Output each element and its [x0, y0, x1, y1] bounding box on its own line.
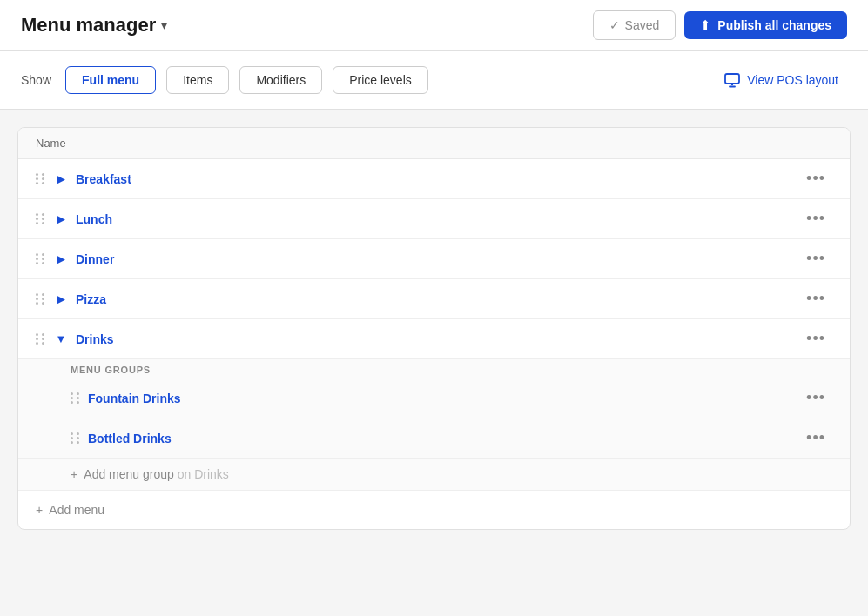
more-options-button[interactable]: •••	[799, 288, 832, 310]
more-options-button[interactable]: •••	[799, 208, 832, 230]
drag-dot	[42, 218, 44, 220]
drag-dot	[71, 441, 73, 444]
drag-dot	[71, 392, 73, 395]
drag-handle[interactable]	[36, 173, 46, 184]
check-icon: ✓	[609, 18, 620, 32]
drag-handle[interactable]	[71, 392, 81, 404]
add-group-label: Add menu group	[84, 467, 174, 481]
drag-dot	[36, 218, 38, 220]
plus-icon: +	[71, 467, 77, 481]
add-menu-label: Add menu	[49, 503, 104, 517]
drag-dot	[42, 258, 44, 260]
publish-label: Publish all changes	[717, 18, 831, 32]
menu-row-name[interactable]: Breakfast	[76, 172, 792, 186]
pos-icon	[723, 71, 741, 89]
drag-dot	[71, 397, 73, 399]
app-header: Menu manager ▾ ✓ Saved ⬆ Publish all cha…	[0, 0, 868, 51]
tab-price-levels[interactable]: Price levels	[333, 66, 428, 94]
main-content: Name ▶ Breakfast •••	[0, 110, 868, 547]
add-menu-group-row[interactable]: + Add menu group on Drinks	[18, 459, 850, 491]
drag-handle[interactable]	[36, 253, 46, 264]
drag-dot	[36, 213, 38, 216]
tab-items[interactable]: Items	[166, 66, 229, 94]
table-row: Fountain Drinks •••	[18, 378, 850, 418]
table-row: ▶ Dinner •••	[18, 239, 850, 279]
submenu-row-name[interactable]: Fountain Drinks	[88, 392, 792, 405]
table-row: ▶ Breakfast •••	[18, 159, 850, 199]
drag-handle[interactable]	[36, 333, 46, 345]
menu-row-name[interactable]: Dinner	[76, 252, 792, 266]
column-name-header: Name	[36, 137, 66, 150]
toolbar-left: Show Full menu Items Modifiers Price lev…	[21, 66, 428, 94]
plus-icon: +	[36, 503, 43, 517]
drag-dot	[77, 392, 79, 395]
view-pos-label: View POS layout	[747, 73, 838, 87]
header-title-group: Menu manager ▾	[21, 14, 167, 37]
show-label: Show	[21, 73, 51, 87]
drag-dot	[42, 338, 44, 340]
svg-point-1	[731, 84, 733, 85]
header-actions: ✓ Saved ⬆ Publish all changes	[593, 10, 847, 40]
drag-dot	[77, 401, 79, 404]
add-menu-row[interactable]: + Add menu	[18, 491, 850, 529]
more-options-button[interactable]: •••	[799, 387, 832, 409]
drag-dot	[42, 222, 44, 224]
saved-label: Saved	[625, 18, 660, 32]
tab-modifiers[interactable]: Modifiers	[239, 66, 322, 94]
svg-rect-0	[725, 74, 739, 84]
publish-button[interactable]: ⬆ Publish all changes	[684, 11, 847, 39]
drag-dot	[42, 262, 44, 264]
drag-dot	[36, 298, 38, 300]
title-dropdown-arrow[interactable]: ▾	[161, 18, 167, 32]
drag-dot	[36, 253, 38, 256]
drag-dot	[71, 437, 73, 439]
expand-chevron[interactable]: ▶	[53, 172, 69, 185]
drag-dot	[42, 177, 44, 180]
submenu-section: MENU GROUPS Fountain Drinks •••	[18, 359, 850, 491]
more-options-button[interactable]: •••	[799, 427, 832, 449]
submenu-section-label: MENU GROUPS	[18, 359, 850, 378]
drag-dot	[36, 258, 38, 260]
drag-handle[interactable]	[36, 293, 46, 305]
expand-chevron[interactable]: ▼	[53, 332, 69, 345]
expand-chevron[interactable]: ▶	[53, 252, 69, 265]
drag-dot	[77, 397, 79, 399]
table-row: ▶ Lunch •••	[18, 199, 850, 239]
more-options-button[interactable]: •••	[799, 248, 832, 270]
expand-chevron[interactable]: ▶	[53, 212, 69, 225]
saved-button: ✓ Saved	[593, 10, 676, 40]
drag-dot	[36, 293, 38, 296]
expand-chevron[interactable]: ▶	[53, 292, 69, 305]
toolbar: Show Full menu Items Modifiers Price lev…	[0, 51, 868, 110]
drag-dot	[42, 182, 44, 184]
add-group-context: on Drinks	[178, 467, 229, 481]
drag-dot	[77, 437, 79, 439]
drag-dot	[36, 173, 38, 176]
tab-full-menu[interactable]: Full menu	[65, 66, 156, 94]
drag-dot	[71, 401, 73, 404]
drag-handle[interactable]	[36, 213, 46, 224]
drag-dot	[42, 298, 44, 300]
page-title: Menu manager	[21, 14, 156, 37]
view-pos-button[interactable]: View POS layout	[715, 65, 847, 95]
drag-dot	[71, 432, 73, 435]
drag-dot	[42, 333, 44, 336]
drag-dot	[42, 293, 44, 296]
menu-row-name[interactable]: Pizza	[76, 292, 792, 306]
menu-row-name[interactable]: Lunch	[76, 212, 792, 226]
drag-dot	[36, 333, 38, 336]
drag-dot	[77, 441, 79, 444]
drag-dot	[42, 173, 44, 176]
submenu-row-name[interactable]: Bottled Drinks	[88, 432, 792, 445]
table-header: Name	[18, 128, 850, 159]
more-options-button[interactable]: •••	[799, 168, 832, 190]
drag-dot	[42, 253, 44, 256]
drag-dot	[36, 338, 38, 340]
drag-dot	[36, 182, 38, 184]
drag-dot	[42, 302, 44, 305]
menu-row-name[interactable]: Drinks	[76, 332, 792, 346]
table-row: ▶ Pizza •••	[18, 279, 850, 319]
drag-handle[interactable]	[71, 432, 81, 444]
more-options-button[interactable]: •••	[799, 328, 832, 350]
drag-dot	[42, 213, 44, 216]
